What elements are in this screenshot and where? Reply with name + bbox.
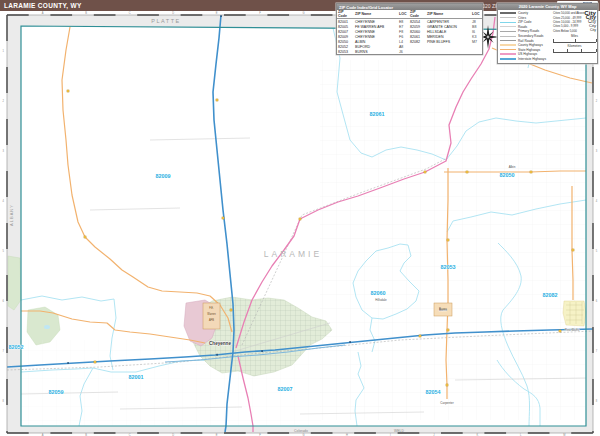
grid-number-left: 2 bbox=[2, 99, 4, 103]
town-label: Hillsdale bbox=[375, 298, 387, 302]
grid-number-left: 5 bbox=[2, 249, 4, 253]
wall-map-page: LARAMIE COUNTY, WY 2020 ZIP Code Premium… bbox=[0, 0, 600, 436]
legend-item-label: Primary Roads bbox=[518, 29, 539, 33]
zip-table-header: LOC bbox=[471, 10, 482, 19]
zip-code-label: 82061 bbox=[370, 111, 385, 117]
map-legend: 2020 Laramie County, WY Map CountyCities… bbox=[497, 3, 598, 64]
grid-number-left: 6 bbox=[2, 299, 4, 303]
scale-bar-miles: Miles bbox=[553, 35, 596, 43]
legend-item-label: Rail Roads bbox=[518, 39, 534, 43]
zip-code-label: 82007 bbox=[278, 386, 293, 392]
pine-bluffs-urban-area bbox=[563, 301, 586, 326]
grid-letter-top: D bbox=[172, 11, 174, 15]
grid-letter-top: G bbox=[302, 11, 304, 15]
legend-line-sample bbox=[500, 58, 516, 60]
grid-number-right: 6 bbox=[596, 299, 598, 303]
afb-box-text: Warren bbox=[207, 312, 216, 316]
zip-code-label: 82060 bbox=[371, 290, 386, 296]
zip-code-label: 82059 bbox=[49, 389, 64, 395]
legend-item-label: US Highways bbox=[518, 52, 537, 56]
zip-table-header: ZIP Name bbox=[354, 10, 398, 19]
grid-number-right: 5 bbox=[596, 249, 598, 253]
grid-letter-top: A bbox=[42, 11, 44, 15]
neighbor-label-weld: WELD bbox=[394, 429, 404, 433]
zip-code-label: 82053 bbox=[441, 264, 456, 270]
grid-number-right: 3 bbox=[596, 149, 598, 153]
legend-city-label: Cities 25,000 - 49,999 bbox=[553, 16, 581, 20]
neighbor-label-colorado: Colorado bbox=[294, 429, 308, 433]
legend-line-sample bbox=[500, 40, 516, 41]
map-drawing: 8200982061820508205382060820828205282001… bbox=[0, 11, 600, 436]
legend-item-label: Cities bbox=[518, 16, 526, 20]
legend-line-sample bbox=[500, 36, 516, 37]
legend-line-items: CountyCitiesZIP CodeRoadsPrimary RoadsSe… bbox=[500, 11, 550, 61]
scale-bar-kilometers: Kilometers bbox=[553, 45, 596, 53]
legend-city-item: Cities Below 5,000City bbox=[553, 29, 596, 33]
zip-code-label: 82082 bbox=[543, 292, 558, 298]
legend-item-label: Roads bbox=[518, 25, 527, 29]
town-label: Albin bbox=[509, 165, 516, 169]
county-name-label: LARAMIE bbox=[264, 249, 322, 259]
legend-city-label: Cities 50,000 and Above bbox=[553, 11, 584, 15]
legend-item-label: ZIP Code bbox=[518, 20, 531, 24]
city-label: Cheyenne bbox=[209, 341, 231, 346]
zip-code-label: 82054 bbox=[426, 389, 441, 395]
zip-code-label: 82052 bbox=[9, 344, 24, 350]
legend-line-sample bbox=[500, 12, 516, 14]
afb-box-text: AFB bbox=[209, 318, 214, 322]
zip-code-label: 82009 bbox=[156, 173, 171, 179]
zip-table-header: ZIP Name bbox=[426, 10, 471, 19]
grid-number-left: 8 bbox=[2, 399, 4, 403]
legend-item-label: County Highways bbox=[518, 43, 543, 47]
grid-number-left: 1 bbox=[2, 49, 4, 53]
zip-table-body: 82001CHEYENNEE882054CARPENTERJ882005FE W… bbox=[337, 19, 482, 55]
neighbor-label-platte: PLATTE bbox=[151, 18, 180, 24]
legend-line-sample bbox=[500, 31, 516, 32]
legend-item: Interstate Highways bbox=[500, 56, 550, 61]
legend-line-sample bbox=[500, 26, 516, 27]
grid-letter-top: C bbox=[129, 11, 131, 15]
legend-item-label: County bbox=[518, 11, 528, 15]
grid-number-right: 7 bbox=[596, 349, 598, 353]
grid-number-right: 4 bbox=[596, 199, 598, 203]
grid-letter-top: F bbox=[259, 11, 261, 15]
grid-number-left: 3 bbox=[2, 149, 4, 153]
zip-table-row: 82053BURNSJ6 bbox=[337, 49, 482, 54]
legend-city-items: Cities 50,000 and AboveCityCities 25,000… bbox=[553, 11, 596, 33]
neighbor-label-albany: ALBANY bbox=[9, 204, 14, 226]
legend-city-sample: City bbox=[590, 29, 596, 33]
legend-city-label: Cities 5,000 - 9,999 bbox=[553, 24, 578, 28]
legend-item-label: Interstate Highways bbox=[518, 57, 546, 61]
legend-line-sample bbox=[500, 17, 516, 18]
page-title: LARAMIE COUNTY, WY bbox=[4, 2, 82, 9]
town-label: Carpenter bbox=[440, 401, 453, 405]
zip-code-label: 82050 bbox=[500, 172, 515, 178]
zip-code-label: 82001 bbox=[129, 374, 144, 380]
grid-number-left: 4 bbox=[2, 199, 4, 203]
legend-line-sample bbox=[500, 22, 516, 24]
grid-number-right: 2 bbox=[596, 99, 598, 103]
zip-index-table: ZIP Code Index/Grid Locator ZIP CodeZIP … bbox=[336, 3, 483, 55]
legend-city-label: Cities 10,000 - 24,999 bbox=[553, 20, 581, 24]
grid-letter-top: B bbox=[85, 11, 87, 15]
grid-number-left: 7 bbox=[2, 349, 4, 353]
zip-table-header-row: ZIP CodeZIP NameLOCZIP CodeZIP NameLOC bbox=[337, 10, 482, 19]
town-label: Pine Bluffs bbox=[565, 328, 580, 332]
afb-box-text: F.E. bbox=[209, 306, 214, 310]
legend-line-sample bbox=[500, 49, 516, 51]
legend-item-label: Secondary Roads bbox=[518, 34, 543, 38]
grid-number-right: 8 bbox=[596, 399, 598, 403]
zip-table-header: LOC bbox=[398, 10, 409, 19]
legend-line-sample bbox=[500, 53, 516, 55]
grid-letter-top: E bbox=[216, 11, 218, 15]
burns-box-text: Burns bbox=[439, 307, 447, 311]
zip-table-header: ZIP Code bbox=[337, 10, 354, 19]
map-canvas: 8200982061820508205382060820828205282001… bbox=[0, 11, 600, 436]
legend-line-sample bbox=[500, 44, 516, 46]
legend-item-label: State Highways bbox=[518, 48, 540, 52]
zip-table-header: ZIP Code bbox=[409, 10, 426, 19]
legend-city-label: Cities Below 5,000 bbox=[553, 29, 577, 33]
